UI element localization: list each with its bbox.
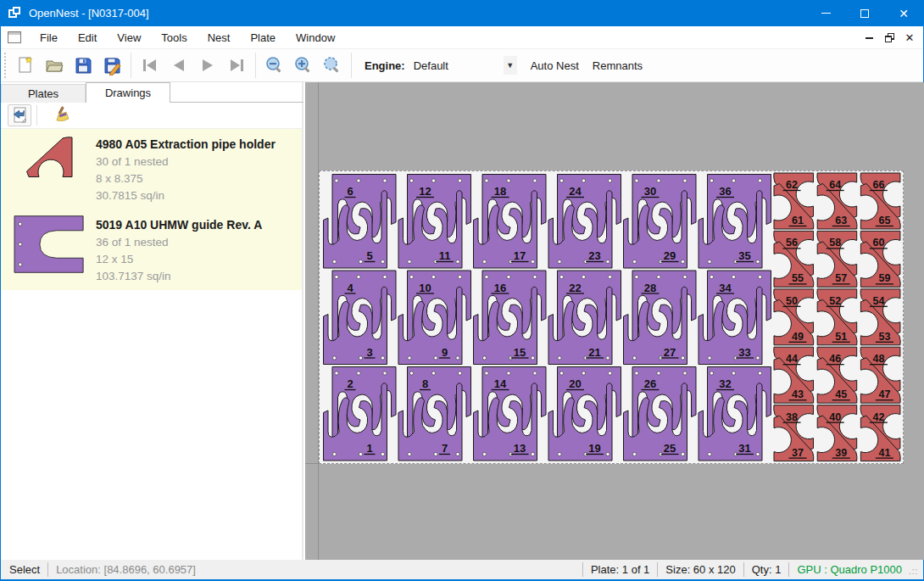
nest-pair-red[interactable]: 6463	[817, 173, 857, 229]
mdi-restore-button[interactable]	[879, 29, 899, 47]
part-number-label: 8	[422, 377, 428, 390]
nav-next-button[interactable]	[193, 52, 222, 79]
drawing-size: 8 x 8.375	[96, 170, 298, 187]
nest-pair-red[interactable]: 5453	[860, 289, 900, 345]
nest-pair-purple[interactable]: 2827	[624, 271, 697, 365]
nest-pair-purple[interactable]: 43	[324, 271, 397, 365]
nest-pair-purple[interactable]: 3029	[624, 175, 697, 269]
nest-pair-purple[interactable]: 3635	[699, 175, 771, 269]
remnants-button[interactable]: Remnants	[586, 55, 649, 76]
part-number-label: 46	[829, 353, 841, 365]
nav-first-button[interactable]	[136, 52, 164, 79]
part-number-label: 38	[786, 411, 798, 423]
part-number-label: 62	[786, 179, 798, 191]
status-mode: Select	[9, 563, 40, 576]
nest-pair-purple[interactable]: 2019	[548, 367, 621, 461]
part-number-label: 22	[569, 282, 581, 294]
menu-view[interactable]: View	[107, 28, 151, 47]
nest-pair-purple[interactable]: 2423	[548, 175, 621, 269]
nest-pair-purple[interactable]: 2625	[624, 367, 697, 461]
toolbar-separator	[351, 53, 352, 78]
menu-plate[interactable]: Plate	[240, 28, 286, 47]
resize-grip[interactable]: .::	[909, 567, 921, 578]
nest-pair-purple[interactable]: 109	[398, 271, 471, 365]
nest-pair-purple[interactable]: 1615	[474, 271, 547, 365]
drawing-item[interactable]: 5019 A10 UHMW guide Rev. A36 of 1 nested…	[1, 209, 302, 290]
toolbar-grip[interactable]	[4, 53, 8, 78]
drawing-nested-count: 30 of 1 nested	[96, 154, 298, 170]
nest-pair-red[interactable]: 6261	[774, 173, 814, 229]
part-number-label: 6	[347, 185, 353, 198]
nest-pair-red[interactable]: 4241	[860, 405, 900, 461]
engine-dropdown-button[interactable]: ▼	[504, 56, 517, 75]
nest-canvas[interactable]: 6512111817242330293635431091615222128273…	[305, 82, 924, 560]
tab-plates[interactable]: Plates	[1, 84, 86, 103]
close-button[interactable]: ✕	[884, 0, 923, 26]
status-bar: Select Location: [84.8696, 60.6957] Plat…	[1, 560, 923, 581]
nest-pair-purple[interactable]: 1413	[474, 367, 547, 461]
nest-pair-purple[interactable]: 2221	[548, 271, 621, 365]
tab-drawings[interactable]: Drawings	[86, 82, 170, 103]
part-number-label: 16	[494, 282, 506, 294]
menu-tools[interactable]: Tools	[151, 28, 197, 47]
auto-nest-button[interactable]: Auto Nest	[524, 55, 586, 76]
nest-pair-red[interactable]: 4039	[817, 405, 857, 461]
nav-prev-button[interactable]	[164, 52, 193, 79]
nest-pair-red[interactable]: 6665	[860, 173, 900, 229]
minimize-button[interactable]	[806, 0, 845, 26]
mdi-minimize-button[interactable]	[859, 29, 879, 47]
nest-pair-purple[interactable]: 1817	[474, 175, 547, 269]
mdi-restore-icon	[885, 33, 894, 42]
part-number-label: 45	[835, 388, 847, 400]
save-button[interactable]	[69, 52, 97, 79]
nest-pair-purple[interactable]: 65	[324, 175, 397, 269]
mdi-document-icon[interactable]	[8, 31, 21, 43]
drawing-item[interactable]: 4980 A05 Extraction pipe holder30 of 1 n…	[1, 129, 302, 209]
nest-pair-red[interactable]: 5049	[774, 289, 814, 345]
nest-pair-red[interactable]: 4443	[774, 347, 814, 403]
nest-pair-purple[interactable]: 3231	[699, 367, 771, 461]
engine-select[interactable]: Default	[410, 57, 504, 75]
drawing-area: 103.7137 sq/in	[96, 268, 298, 285]
open-folder-button[interactable]	[40, 52, 69, 79]
zoom-in-button[interactable]	[289, 52, 318, 79]
part-number-label: 64	[829, 179, 841, 191]
menu-window[interactable]: Window	[286, 28, 345, 47]
sidebar-toolbar	[1, 103, 302, 129]
part-number-label: 60	[872, 237, 884, 249]
nav-last-button[interactable]	[222, 52, 251, 79]
import-drawing-button[interactable]	[8, 104, 31, 126]
menu-edit[interactable]: Edit	[68, 28, 107, 47]
mdi-close-icon: ✕	[905, 31, 915, 44]
part-number-label: 65	[878, 215, 890, 226]
plate-sheet[interactable]: 6512111817242330293635431091615222128273…	[319, 170, 904, 464]
import-drawing-icon	[9, 105, 30, 126]
maximize-button[interactable]	[845, 0, 884, 26]
nest-pair-red[interactable]: 4645	[817, 347, 857, 403]
part-number-label: 55	[792, 272, 804, 284]
zoom-out-button[interactable]	[260, 52, 289, 79]
zoom-fit-button[interactable]	[318, 52, 347, 79]
nest-pair-purple[interactable]: 3433	[699, 271, 771, 365]
new-file-button[interactable]	[11, 52, 40, 79]
mdi-close-button[interactable]: ✕	[899, 29, 920, 47]
nest-pair-red[interactable]: 4847	[860, 347, 900, 403]
nest-pair-purple[interactable]: 21	[324, 367, 397, 461]
part-number-label: 29	[664, 249, 676, 262]
part-number-label: 24	[569, 185, 582, 198]
toolbar-separator	[131, 53, 131, 78]
part-number-label: 59	[878, 272, 890, 284]
nest-pair-purple[interactable]: 1211	[398, 175, 471, 269]
nest-pair-purple[interactable]: 87	[398, 367, 471, 461]
clean-broom-button[interactable]	[49, 104, 73, 126]
part-number-label: 17	[514, 249, 526, 262]
part-number-label: 32	[719, 377, 731, 390]
nest-pair-red[interactable]: 5655	[774, 231, 814, 287]
nest-pair-red[interactable]: 5857	[817, 231, 857, 287]
save-as-button[interactable]	[97, 52, 126, 79]
nest-pair-red[interactable]: 5251	[817, 289, 857, 345]
nest-pair-red[interactable]: 3837	[774, 405, 814, 461]
menu-file[interactable]: File	[30, 28, 68, 47]
nest-pair-red[interactable]: 6059	[860, 231, 900, 287]
menu-nest[interactable]: Nest	[198, 28, 241, 47]
